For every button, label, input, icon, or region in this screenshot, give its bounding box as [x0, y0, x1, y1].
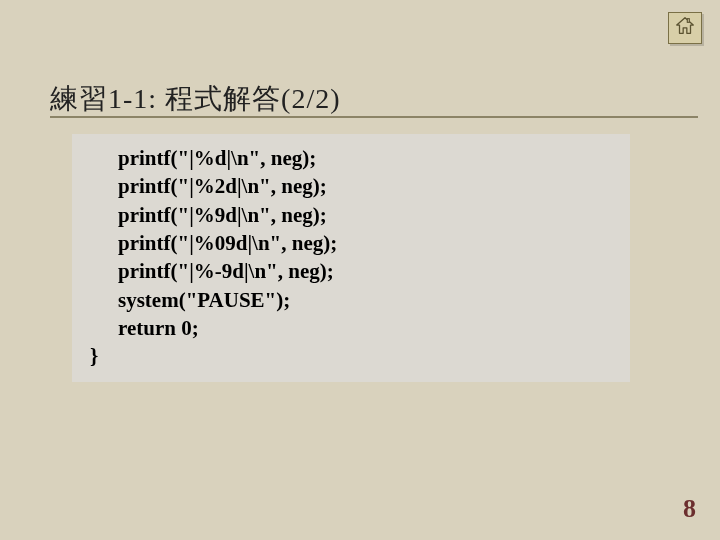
code-block: printf("|%d|\n", neg); printf("|%2d|\n",…	[72, 134, 630, 382]
home-button[interactable]	[668, 12, 702, 44]
code-closing-brace: }	[90, 342, 612, 370]
code-line: printf("|%d|\n", neg);	[90, 144, 612, 172]
code-line: return 0;	[90, 314, 612, 342]
page-number: 8	[683, 494, 696, 524]
code-line: system("PAUSE");	[90, 286, 612, 314]
home-icon	[674, 15, 696, 41]
page-title: 練習1-1: 程式解答(2/2)	[50, 80, 341, 118]
code-line: printf("|%2d|\n", neg);	[90, 172, 612, 200]
svg-rect-0	[687, 19, 689, 23]
code-line: printf("|%9d|\n", neg);	[90, 201, 612, 229]
title-underline	[50, 116, 698, 118]
code-line: printf("|%-9d|\n", neg);	[90, 257, 612, 285]
code-line: printf("|%09d|\n", neg);	[90, 229, 612, 257]
